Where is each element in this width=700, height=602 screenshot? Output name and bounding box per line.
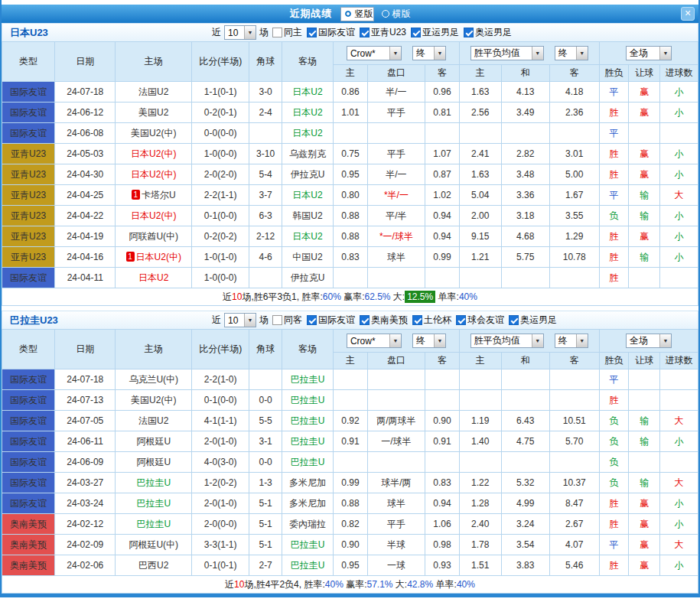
subcol-3: 主 [459, 353, 501, 369]
col-corner: 角球 [249, 330, 282, 369]
col-home: 主场 [116, 330, 192, 369]
result-cell: 胜 [599, 144, 629, 164]
goals-result-cell: 大 [660, 185, 698, 206]
europe-draw-odds: 5.75 [501, 247, 549, 268]
match-type-badge: 亚青U23 [2, 226, 55, 247]
asia-away-odds: 0.94 [425, 226, 460, 247]
bookmaker-select[interactable]: Crow*▼ [347, 46, 402, 60]
match-type-badge: 国际友谊 [2, 431, 55, 452]
europe-odds-group: 胜平负均值▼终▼ [459, 330, 599, 353]
asia-home-odds: 0.90 [334, 535, 368, 555]
layout-radio-horizontal[interactable]: 横版 [382, 8, 411, 21]
table-row: 奥南美预24-02-12巴拉圭U2-0(0-0)5-1委內瑞拉0.82平手1.0… [2, 514, 698, 535]
away-team: 巴拉圭U [282, 535, 333, 555]
titlebar: 近期战绩 竖版 横版 × [2, 5, 698, 23]
table-row: 国际友谊24-07-18乌克兰U(中)2-2(1-0)巴拉圭U平 [2, 369, 698, 390]
europe-final-select[interactable]: 终▼ [555, 46, 588, 60]
asia-away-odds [425, 123, 460, 144]
home-team: 法国U2 [116, 82, 192, 103]
summary-part: 12.5% [405, 291, 435, 303]
close-icon[interactable]: × [681, 7, 695, 21]
competition-checkbox[interactable]: 奥南美预 [360, 314, 408, 327]
handicap-result-cell: 赢 [629, 164, 660, 185]
competition-checkbox[interactable]: 国际友谊 [307, 26, 355, 39]
same-venue-checkbox[interactable]: 同客 [272, 314, 302, 327]
europe-average-select[interactable]: 胜平负均值▼ [470, 46, 544, 60]
home-team: 日本U2 [116, 268, 192, 288]
same-venue-checkbox[interactable]: 同主 [272, 26, 302, 39]
europe-home-odds: 2.41 [459, 144, 501, 164]
asia-final-select[interactable]: 终▼ [412, 46, 446, 60]
layout-radio-vertical[interactable]: 竖版 [340, 7, 374, 21]
scope-select[interactable]: 全场▼ [626, 334, 672, 348]
asia-handicap: 平手 [367, 144, 425, 164]
checkbox-label: 奥运男足 [520, 314, 557, 327]
europe-draw-odds: 3.54 [501, 535, 549, 555]
europe-away-odds [549, 390, 599, 411]
result-cell: 平 [599, 369, 629, 390]
home-team: 巴拉圭U [116, 514, 192, 535]
subcol-6: 胜负 [599, 65, 629, 82]
competition-checkbox[interactable]: 奥运男足 [464, 26, 512, 39]
subcol-8: 进球数 [660, 353, 698, 369]
match-date: 24-04-30 [55, 164, 116, 185]
competition-checkbox[interactable]: 土伦杯 [412, 314, 451, 327]
home-team-name: 法国U2 [138, 86, 168, 97]
col-away: 客场 [282, 330, 333, 369]
match-type-badge: 国际友谊 [2, 82, 55, 103]
europe-home-odds: 5.04 [459, 185, 501, 206]
bookmaker-select[interactable]: Crow*▼ [347, 334, 402, 348]
col-away: 客场 [282, 42, 333, 82]
asia-handicap [367, 452, 425, 473]
asia-home-odds: 0.80 [334, 185, 368, 206]
competition-checkbox[interactable]: 奥运男足 [509, 314, 557, 327]
europe-average-select[interactable]: 胜平负均值▼ [470, 334, 544, 348]
scope-select[interactable]: 全场▼ [626, 46, 672, 60]
away-team: 巴拉圭U [282, 411, 333, 431]
result-group: 全场▼ [599, 42, 698, 65]
result-group: 全场▼ [599, 330, 698, 353]
table-row: 亚青U2324-04-161日本U2(中)1-0(1-0)4-6中国U20.83… [2, 247, 698, 268]
asia-away-odds: 0.98 [425, 535, 460, 555]
europe-draw-odds [501, 123, 549, 144]
away-team-name: 日本U2 [292, 86, 322, 97]
corner-score: 3-0 [249, 82, 282, 103]
radio-unselected-icon [382, 10, 389, 18]
table-row: 国际友谊24-03-27巴拉圭U1-2(0-2)1-3多米尼加0.99球半/两0… [2, 473, 698, 493]
result-cell: 胜 [599, 514, 629, 535]
goals-result-cell: 大 [660, 535, 698, 555]
asia-home-odds: 0.91 [334, 431, 368, 452]
asia-away-odds: 0.99 [425, 247, 460, 268]
europe-away-odds: 8.47 [549, 493, 599, 514]
summary-part: 10 [232, 291, 242, 302]
handicap-result-cell: 赢 [629, 82, 660, 103]
europe-away-odds: 4.18 [549, 82, 599, 103]
result-cell: 胜 [599, 268, 629, 288]
table-row: 国际友谊24-07-18法国U21-1(0-1)3-0日本U20.86半/一0.… [2, 82, 698, 103]
asia-away-odds: 0.81 [425, 103, 460, 123]
results-table: 类型日期主场比分(半场)角球客场Crow*▼终▼胜平负均值▼终▼全场▼主盘口客主… [2, 41, 698, 288]
result-controls: 全场▼ [600, 46, 698, 60]
competition-checkbox[interactable]: 亚运男足 [411, 26, 459, 39]
chevron-down-icon: ▼ [434, 47, 445, 60]
europe-final-select[interactable]: 终▼ [555, 334, 588, 348]
checkbox-icon [360, 315, 370, 325]
home-team-name: 乌克兰U(中) [129, 374, 178, 385]
chevron-down-icon: ▼ [532, 334, 543, 347]
competition-checkbox[interactable]: 球会友谊 [456, 314, 504, 327]
col-type: 类型 [2, 330, 55, 369]
away-team-name: 多米尼加 [289, 498, 326, 509]
recent-count-select[interactable]: 10▼ [224, 313, 256, 327]
goals-result-cell [660, 369, 698, 390]
match-date: 24-03-24 [55, 493, 116, 514]
competition-checkbox[interactable]: 亚青U23 [360, 26, 406, 39]
recent-count-select[interactable]: 10▼ [224, 25, 256, 40]
match-date: 24-07-13 [55, 390, 116, 411]
asia-away-odds: 1.07 [425, 144, 460, 164]
asia-away-odds [425, 452, 460, 473]
asia-final-select[interactable]: 终▼ [412, 334, 446, 348]
competition-checkbox[interactable]: 国际友谊 [307, 314, 355, 327]
asia-home-odds: 0.82 [334, 514, 368, 535]
corner-score: 2-4 [249, 103, 282, 123]
subcol-2: 客 [425, 65, 460, 82]
